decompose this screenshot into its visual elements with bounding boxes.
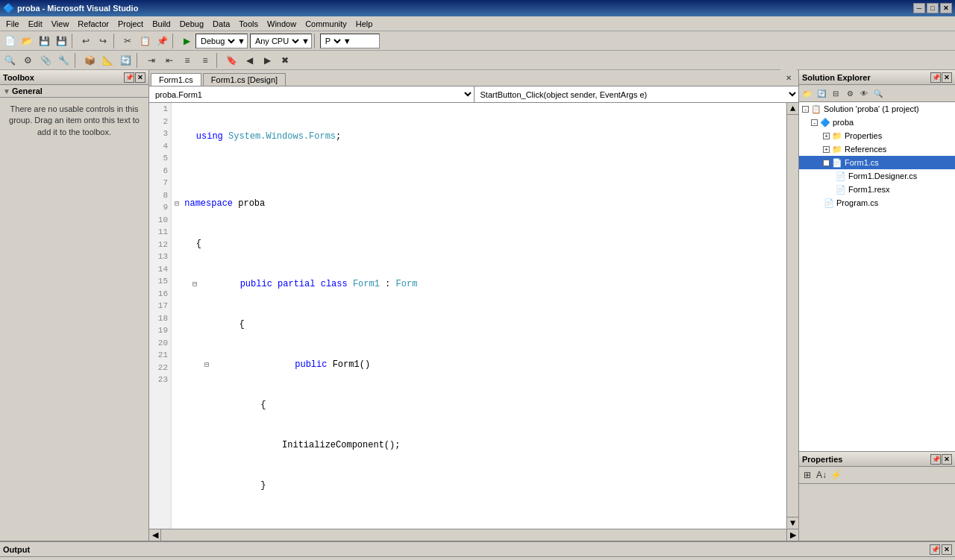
tb2-btn1[interactable]: 🔍 [1,52,18,69]
se-pin-button[interactable]: 📌 [930,72,941,83]
method-dropdown[interactable]: StartButton_Click(object sender, EventAr… [475,86,799,102]
menu-item-refactor[interactable]: Refactor [73,18,113,30]
project-expand[interactable]: - [811,119,818,126]
scroll-right-button[interactable]: ▶ [786,529,798,541]
platform-dropdown[interactable]: Any CPU ▼ [250,34,312,48]
title-bar-controls: ─ □ ✕ [913,3,952,13]
undo-button[interactable]: ↩ [78,33,94,49]
se-refresh[interactable]: 🔄 [815,86,828,100]
se-collapse[interactable]: ⊟ [829,86,842,100]
menu-item-debug[interactable]: Debug [175,18,208,30]
solution-tree: - 📋 Solution 'proba' (1 project) - 🔷 pro… [799,102,955,451]
tree-form1resx[interactable]: 📄 Form1.resx [799,183,955,196]
tb2-btn11[interactable]: ≡ [197,52,213,69]
properties-expand[interactable]: + [823,133,830,139]
maximize-button[interactable]: □ [927,3,939,13]
tb2-btn12[interactable]: 🔖 [223,52,239,69]
redo-button[interactable]: ↪ [95,33,111,49]
tb2-btn2[interactable]: ⚙ [19,52,36,69]
references-expand[interactable]: + [823,146,830,153]
menu-item-file[interactable]: File [1,18,24,30]
app-icon: 🔷 [3,3,14,13]
props-alpha[interactable]: A↓ [815,468,828,482]
menu-item-project[interactable]: Project [113,18,148,30]
tb2-btn7[interactable]: 🔄 [117,52,134,69]
hscroll-track [161,529,786,541]
cut-button[interactable]: ✂ [119,33,136,49]
minimize-button[interactable]: ─ [913,3,925,13]
props-events[interactable]: ⚡ [829,468,842,482]
tree-project[interactable]: - 🔷 proba [799,116,955,129]
start-button[interactable]: ▶ [178,33,195,49]
tree-solution[interactable]: - 📋 Solution 'proba' (1 project) [799,102,955,116]
editor-scrollbar-h[interactable]: ◀ ▶ [149,529,798,541]
menu-item-community[interactable]: Community [301,18,351,30]
props-pin-button[interactable]: 📌 [930,454,941,465]
tb2-btn6[interactable]: 📐 [99,52,116,69]
tb2-btn15[interactable]: ✖ [277,52,293,69]
tb2-btn5[interactable]: 📦 [81,52,98,69]
tb2-btn10[interactable]: ≡ [179,52,195,69]
editor-close-button[interactable]: ✕ [780,69,797,86]
output-toolbar: Show output from: Build 🗑 🔍 ▲ ▼ ↵ [0,557,955,560]
class-dropdown[interactable]: proba.Form1 [149,86,475,102]
props-categorized[interactable]: ⊞ [801,468,814,482]
scroll-left-button[interactable]: ◀ [149,529,161,541]
tab-form1-cs[interactable]: Form1.cs [151,73,201,86]
tree-programcs[interactable]: 📄 Program.cs [799,196,955,210]
new-file-button[interactable]: 📄 [1,33,18,49]
tree-properties[interactable]: + 📁 Properties [799,129,955,142]
code-content[interactable]: using System.Windows.Forms; ⊟ namespace … [172,103,786,529]
toolbox-general-section[interactable]: ▼ General [0,85,148,98]
tree-form1designer[interactable]: 📄 Form1.Designer.cs [799,169,955,183]
startup-project-select[interactable]: P [322,36,343,46]
menu-item-window[interactable]: Window [263,18,301,30]
editor-scrollbar-v[interactable]: ▲ ▼ [786,103,798,529]
tab-form1-design[interactable]: Form1.cs [Design] [203,73,286,86]
tb2-btn13[interactable]: ◀ [241,52,257,69]
scroll-up-button[interactable]: ▲ [787,103,798,115]
open-button[interactable]: 📂 [19,33,35,49]
se-close-button[interactable]: ✕ [942,72,952,83]
tb2-btn9[interactable]: ⇤ [161,52,178,69]
menu-item-data[interactable]: Data [208,18,234,30]
se-properties[interactable]: ⚙ [843,86,857,100]
startup-project-dropdown[interactable]: P ▼ [320,34,380,48]
save-all-button[interactable]: 💾 [53,33,69,49]
tb2-btn8[interactable]: ⇥ [143,52,160,69]
menu-item-view[interactable]: View [47,18,74,30]
tree-form1cs[interactable]: - 📄 Form1.cs [799,156,955,169]
debug-config-dropdown[interactable]: Debug ▼ [195,34,248,48]
se-show-all[interactable]: 👁 [857,86,871,100]
tb2-btn14[interactable]: ▶ [259,52,275,69]
toolbox-close-button[interactable]: ✕ [135,72,145,83]
se-filter[interactable]: 🔍 [871,86,885,100]
props-close-button[interactable]: ✕ [942,454,952,465]
paste-button[interactable]: 📌 [154,33,170,49]
output-header-btns: 📌 ✕ [930,544,952,555]
close-button[interactable]: ✕ [940,3,952,13]
save-button[interactable]: 💾 [36,33,52,49]
form1cs-expand[interactable]: - [823,160,830,166]
output-close-button[interactable]: ✕ [942,544,952,555]
solution-expand[interactable]: - [802,106,809,113]
tb2-btn3[interactable]: 📎 [37,52,54,69]
tb2-btn4[interactable]: 🔧 [55,52,72,69]
platform-select[interactable]: Any CPU [252,36,301,46]
menu-item-edit[interactable]: Edit [24,18,47,30]
form1designer-icon: 📄 [835,170,847,182]
menu-item-tools[interactable]: Tools [234,18,263,30]
output-pin-button[interactable]: 📌 [930,544,940,555]
tree-references[interactable]: + 📁 References [799,142,955,156]
code-line-6: { [175,318,783,331]
se-new-folder[interactable]: 📁 [801,86,814,100]
copy-button[interactable]: 📋 [137,33,153,49]
debug-config-select[interactable]: Debug [198,36,237,46]
menu-item-build[interactable]: Build [148,18,175,30]
scroll-track [787,115,798,517]
editor-tabs: Form1.cs Form1.cs [Design] ✕ [149,70,798,86]
sep2-3 [216,53,220,68]
scroll-down-button[interactable]: ▼ [787,517,798,529]
menu-item-help[interactable]: Help [351,18,378,30]
toolbox-pin-button[interactable]: 📌 [124,72,134,83]
